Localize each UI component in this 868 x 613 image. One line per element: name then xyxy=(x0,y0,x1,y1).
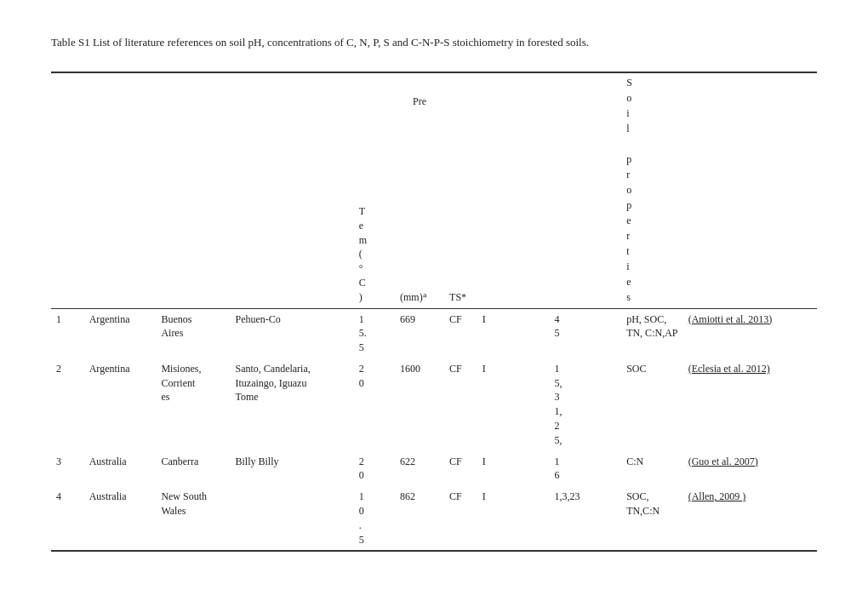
cell-blank: I xyxy=(477,486,550,551)
cell-temp: 2 0 xyxy=(354,358,395,451)
col-header-temp xyxy=(354,72,395,112)
cell-duration: 4 5 xyxy=(549,308,621,358)
cell-town: Billy Billy xyxy=(230,451,353,487)
cell-soil: C:N xyxy=(621,451,683,487)
col-subheader-blank xyxy=(477,112,550,308)
table-title: Table S1 List of literature references o… xyxy=(51,34,817,51)
table-row: 2ArgentinaMisiones, Corrient esSanto, Ca… xyxy=(51,358,817,451)
main-table: Pre Soilproperties T e m ( ° C ) (mm)ᵃ T… xyxy=(51,72,817,553)
col-subheader-province xyxy=(156,112,230,308)
cell-province: Misiones, Corrient es xyxy=(156,358,230,451)
col-subheader-duration xyxy=(549,112,621,308)
col-subheader-no xyxy=(51,112,84,308)
col-subheader-temp: T e m ( ° C ) xyxy=(354,112,395,308)
col-header-ref xyxy=(683,72,817,112)
cell-country: Australia xyxy=(84,486,157,551)
cell-town xyxy=(230,486,353,551)
col-header-no xyxy=(51,72,84,112)
cell-duration: 1 6 xyxy=(549,451,621,487)
cell-duration: 1,3,23 xyxy=(549,486,621,551)
cell-town: Santo, Candelaria, Ituzaingo, Iguazu Tom… xyxy=(230,358,353,451)
cell-duration: 1 5, 3 1, 2 5, xyxy=(549,358,621,451)
col-header-blank xyxy=(477,72,550,112)
cell-temp: 2 0 xyxy=(354,451,395,487)
cell-province: New South Wales xyxy=(156,486,230,551)
col-subheader-ref xyxy=(683,112,817,308)
cell-pre: 862 xyxy=(395,486,444,551)
col-subheader-pre: (mm)ᵃ xyxy=(395,112,444,308)
cell-ts: CF xyxy=(444,358,477,451)
col-header-country xyxy=(84,72,157,112)
table-row: 1ArgentinaBuenos AiresPehuen-Co1 5. 5669… xyxy=(51,308,817,358)
col-header-pre: Pre xyxy=(395,72,444,112)
cell-temp: 1 0 . 5 xyxy=(354,486,395,551)
cell-country: Argentina xyxy=(84,308,157,358)
cell-ref: (Guo et al. 2007) xyxy=(683,451,817,487)
cell-pre: 622 xyxy=(395,451,444,487)
cell-temp: 1 5. 5 xyxy=(354,308,395,358)
cell-no: 3 xyxy=(51,451,84,487)
cell-ts: CF xyxy=(444,486,477,551)
cell-no: 2 xyxy=(51,358,84,451)
cell-country: Australia xyxy=(84,451,157,487)
table-row: 3AustraliaCanberraBilly Billy2 0622CFI1 … xyxy=(51,451,817,487)
cell-soil: SOC, TN,C:N xyxy=(621,486,683,551)
cell-soil: pH, SOC, TN, C:N,AP xyxy=(621,308,683,358)
col-header-town xyxy=(230,72,353,112)
col-subheader-country xyxy=(84,112,157,308)
cell-ts: CF xyxy=(444,451,477,487)
header-row-top: Pre Soilproperties xyxy=(51,72,817,112)
cell-no: 1 xyxy=(51,308,84,358)
cell-ref: (Allen, 2009 ) xyxy=(683,486,817,551)
cell-country: Argentina xyxy=(84,358,157,451)
col-subheader-town xyxy=(230,112,353,308)
col-subheader-ts: TS* xyxy=(444,112,477,308)
cell-ref: (Amiotti et al. 2013) xyxy=(683,308,817,358)
header-row-bottom: T e m ( ° C ) (mm)ᵃ TS* xyxy=(51,112,817,308)
cell-blank: I xyxy=(477,308,550,358)
col-header-duration xyxy=(549,72,621,112)
col-header-province xyxy=(156,72,230,112)
cell-blank: I xyxy=(477,451,550,487)
cell-blank: I xyxy=(477,358,550,451)
col-header-soil: Soilproperties xyxy=(621,72,683,309)
cell-town: Pehuen-Co xyxy=(230,308,353,358)
table-row: 4AustraliaNew South Wales1 0 . 5862CFI1,… xyxy=(51,486,817,551)
cell-province: Canberra xyxy=(156,451,230,487)
cell-ts: CF xyxy=(444,308,477,358)
cell-ref: (Eclesia et al. 2012) xyxy=(683,358,817,451)
cell-no: 4 xyxy=(51,486,84,551)
cell-soil: SOC xyxy=(621,358,683,451)
cell-province: Buenos Aires xyxy=(156,308,230,358)
cell-pre: 669 xyxy=(395,308,444,358)
cell-pre: 1600 xyxy=(395,358,444,451)
col-header-ts xyxy=(444,72,477,112)
